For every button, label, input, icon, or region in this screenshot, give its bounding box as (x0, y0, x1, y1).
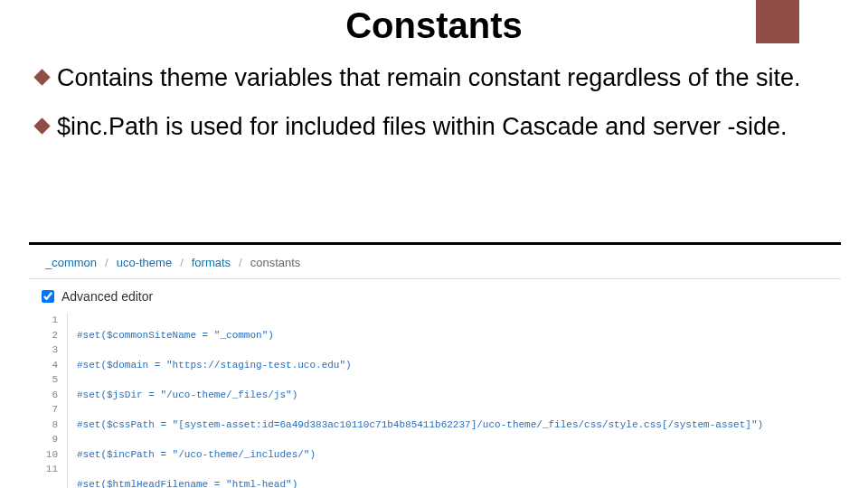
bullet-item: Contains theme variables that remain con… (36, 61, 832, 94)
bullet-list: Contains theme variables that remain con… (36, 61, 832, 160)
breadcrumb-item[interactable]: formats (192, 256, 231, 269)
code-line: #set($domain = "https://staging-test.uco… (77, 358, 763, 373)
page-title: Constants (0, 5, 868, 46)
bullet-text: $inc.Path is used for included files wit… (57, 110, 832, 143)
line-number: 6 (42, 388, 58, 403)
code-line: #set($commonSiteName = "_common") (77, 328, 763, 343)
code-lines: #set($commonSiteName = "_common") #set($… (68, 313, 763, 488)
code-line: #set($cssPath = "[system-asset:id=6a49d3… (77, 418, 763, 433)
breadcrumb-item[interactable]: uco-theme (117, 256, 172, 269)
line-number: 8 (42, 418, 58, 433)
advanced-editor-checkbox[interactable] (42, 290, 54, 303)
line-number: 10 (42, 447, 58, 463)
breadcrumb: _common / uco-theme / formats / constant… (29, 245, 841, 279)
diamond-icon (33, 118, 50, 135)
code-line: #set($htmlHeadFilename = "html-head") (77, 477, 763, 489)
line-number: 1 (42, 313, 58, 328)
breadcrumb-separator-icon: / (239, 256, 242, 269)
code-line: #set($incPath = "/uco-theme/_includes/") (77, 447, 763, 463)
code-line: #set($jsDir = "/uco-theme/_files/js") (77, 388, 763, 403)
line-number: 2 (42, 328, 58, 343)
line-number: 9 (42, 432, 58, 447)
line-number: 7 (42, 402, 58, 418)
bullet-text: Contains theme variables that remain con… (57, 61, 832, 94)
slide-root: Constants Contains theme variables that … (0, 0, 868, 488)
advanced-editor-label: Advanced editor (61, 289, 153, 304)
bullet-item: $inc.Path is used for included files wit… (36, 110, 832, 143)
diamond-icon (33, 69, 50, 85)
breadcrumb-separator-icon: / (105, 256, 108, 269)
breadcrumb-separator-icon: / (180, 256, 184, 269)
advanced-editor-toggle-row: Advanced editor (29, 279, 841, 313)
code-editor[interactable]: 1 2 3 4 5 6 7 8 9 10 11 #set($commonSite… (29, 313, 841, 488)
line-number: 4 (42, 358, 58, 373)
breadcrumb-item[interactable]: _common (45, 256, 97, 269)
line-number: 5 (42, 372, 58, 388)
line-number: 11 (42, 462, 58, 477)
line-number-gutter: 1 2 3 4 5 6 7 8 9 10 11 (42, 313, 68, 488)
breadcrumb-current: constants (250, 256, 301, 269)
line-number: 3 (42, 343, 58, 358)
editor-screenshot: _common / uco-theme / formats / constant… (29, 242, 841, 488)
